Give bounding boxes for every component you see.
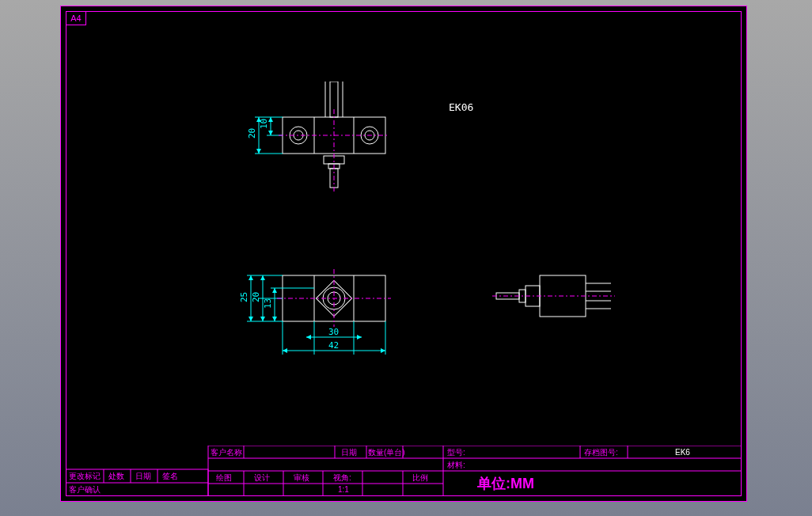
- dim-25: 25: [239, 292, 249, 302]
- svg-marker-40: [260, 317, 265, 321]
- tb-qty: 数量(单台): [368, 448, 405, 457]
- tb-drawn: 绘图: [216, 473, 232, 482]
- tb-archive-no: EK6: [675, 448, 690, 457]
- dim-42: 42: [328, 340, 339, 351]
- tb-units: 单位:MM: [476, 476, 534, 491]
- top-view: 20 10: [231, 82, 405, 200]
- tb-model: 型号:: [447, 448, 465, 457]
- tb-archive: 存档图号:: [584, 448, 618, 457]
- svg-marker-38: [249, 317, 253, 321]
- rev-sign: 签名: [162, 472, 178, 480]
- rev-date: 日期: [135, 472, 151, 480]
- tb-customer: 客户名称: [211, 448, 242, 457]
- side-view: [472, 260, 631, 339]
- front-view: 25 20 13 30 42: [231, 252, 413, 386]
- svg-marker-51: [283, 348, 287, 353]
- svg-marker-39: [260, 275, 265, 280]
- rev-count: 处数: [108, 472, 124, 480]
- svg-marker-37: [249, 275, 253, 280]
- dim-top-10: 10: [259, 119, 269, 129]
- svg-marker-52: [381, 348, 385, 353]
- tb-view: 视角:: [333, 473, 351, 482]
- svg-marker-49: [306, 335, 311, 340]
- title-block: 更改标记 处数 日期 签名 客户确认 客户名称 日期 数量(单台) 型号: 存档…: [66, 446, 742, 496]
- rev-mark: 更改标记: [69, 472, 101, 480]
- svg-marker-50: [357, 335, 362, 340]
- tb-scale-val: 1:1: [338, 485, 349, 494]
- svg-marker-19: [256, 149, 261, 154]
- tb-material: 材料:: [446, 461, 465, 469]
- dim-top-20: 20: [247, 128, 257, 138]
- tb-date: 日期: [341, 448, 357, 457]
- tb-design: 设计: [254, 473, 270, 482]
- svg-marker-41: [272, 288, 277, 293]
- svg-marker-21: [268, 131, 273, 135]
- dim-20: 20: [251, 292, 261, 302]
- svg-marker-42: [272, 317, 277, 321]
- tb-review: 审核: [294, 473, 309, 482]
- rev-confirm: 客户确认: [69, 485, 101, 494]
- tb-scale: 比例: [412, 473, 428, 482]
- dim-13: 13: [263, 298, 273, 309]
- part-number: EK06: [449, 101, 473, 113]
- format-label: A4: [66, 11, 86, 25]
- dim-30: 30: [328, 327, 339, 337]
- drawing-sheet: A4 EK06 20 10 25 20 13 30 42 更改标记 处数 日期 …: [60, 6, 747, 502]
